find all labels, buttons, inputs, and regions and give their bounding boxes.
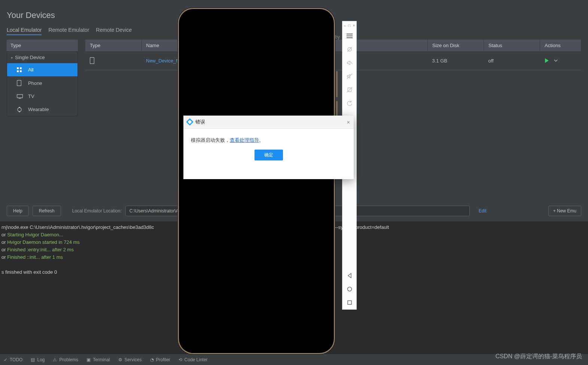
ok-button[interactable]: 确定 — [255, 150, 283, 160]
error-dialog: 错误 × 模拟器启动失败，查看处理指导。 确定 — [183, 116, 354, 179]
sidebar-item-label: Phone — [28, 80, 42, 86]
svg-rect-1 — [20, 67, 22, 69]
volume-off-icon[interactable] — [342, 70, 357, 83]
svg-rect-9 — [19, 111, 20, 112]
console-prefix: or — [1, 232, 7, 237]
minimize-icon[interactable]: – — [344, 24, 346, 28]
sidebar-item-label: All — [28, 67, 33, 73]
col-size[interactable]: Size on Disk — [428, 40, 484, 51]
col-type[interactable]: Type — [85, 40, 141, 51]
svg-rect-2 — [17, 70, 19, 72]
sidebar-item-wearable[interactable]: Wearable — [7, 103, 77, 116]
profiler-icon: ◔ — [150, 357, 154, 362]
sidebar-item-tv[interactable]: TV — [7, 90, 77, 103]
help-button[interactable]: Help — [7, 206, 29, 216]
console-line: Finished :entry:init... after 2 ms — [7, 247, 74, 252]
watermark: CSDN @薛定谔的猫-菜鸟程序员 — [496, 353, 582, 361]
dialog-header: 错误 × — [183, 116, 354, 129]
sidebar-group-single-device[interactable]: Single Device — [7, 52, 77, 63]
sidebar-item-all[interactable]: All — [7, 63, 77, 76]
svg-rect-4 — [17, 80, 21, 86]
sidebar-item-label: TV — [28, 93, 34, 99]
tv-icon — [17, 94, 23, 99]
close-icon[interactable]: × — [353, 24, 355, 28]
volume-mute-icon[interactable] — [342, 56, 357, 70]
home-icon[interactable] — [342, 282, 357, 296]
tab-local-emulator[interactable]: Local Emulator — [7, 27, 42, 35]
sidebar-item-phone[interactable]: Phone — [7, 76, 77, 90]
console-line: Starting Hvigor Daemon... — [7, 232, 63, 237]
close-icon[interactable]: × — [347, 119, 350, 125]
phone-icon — [90, 57, 137, 64]
check-icon: ✓ — [4, 357, 7, 362]
device-notch — [223, 10, 291, 19]
cell-actions — [540, 51, 581, 70]
console-line: rnj\node.exe C:\Users\Administrator\.hvi… — [1, 224, 154, 230]
rotate-right-icon[interactable] — [342, 96, 357, 110]
tab-remote-emulator[interactable]: Remote Emulator — [48, 27, 89, 35]
play-icon[interactable] — [545, 58, 549, 63]
sidebar-header: Type — [7, 40, 78, 51]
grid-icon — [17, 67, 23, 73]
device-side-button — [336, 71, 338, 97]
svg-rect-10 — [90, 58, 94, 64]
svg-rect-3 — [20, 70, 22, 72]
refresh-button[interactable]: Refresh — [33, 206, 61, 216]
watch-icon — [17, 107, 23, 112]
phone-icon — [17, 80, 23, 86]
statusbar-profiler[interactable]: ◔Profiler — [150, 357, 170, 362]
svg-rect-21 — [348, 301, 351, 304]
svg-line-16 — [351, 62, 352, 64]
svg-rect-8 — [19, 107, 20, 108]
svg-point-7 — [18, 108, 21, 111]
rotate-left-icon[interactable] — [342, 83, 357, 96]
cell-size: 3.1 GB — [428, 51, 484, 70]
console-prefix: or — [1, 239, 7, 245]
statusbar-todo[interactable]: ✓TODO — [4, 357, 22, 362]
menu-icon[interactable] — [342, 29, 357, 43]
edit-location-link[interactable]: Edit — [479, 208, 487, 214]
app-icon — [186, 118, 194, 126]
svg-point-20 — [347, 287, 351, 291]
console-prefix: or — [1, 247, 7, 252]
col-actions[interactable]: Actions — [540, 40, 581, 51]
device-side-button — [336, 101, 338, 116]
console-line: Hvigor Daemon started in 724 ms — [7, 239, 80, 245]
gear-icon: ⚙ — [118, 357, 122, 362]
emulator-location-label: Local Emulator Location: — [72, 208, 122, 214]
device-screen[interactable] — [183, 13, 330, 349]
help-guide-link[interactable]: 查看处理指导 — [230, 137, 259, 143]
svg-rect-0 — [17, 67, 19, 69]
back-icon[interactable] — [342, 269, 357, 282]
statusbar-problems[interactable]: ⚠Problems — [53, 357, 78, 362]
log-icon: ▤ — [31, 357, 35, 362]
new-emulator-button[interactable]: + New Emu — [548, 206, 581, 216]
col-status[interactable]: Status — [484, 40, 540, 51]
terminal-icon: ▣ — [86, 357, 91, 362]
device-frame — [179, 9, 334, 353]
maximize-icon[interactable]: □ — [348, 24, 350, 28]
console-line: s finished with exit code 0 — [1, 269, 57, 275]
cell-status: off — [484, 51, 540, 70]
overview-icon[interactable] — [342, 296, 357, 309]
dialog-title: 错误 — [195, 119, 205, 125]
chevron-down-icon[interactable] — [554, 58, 558, 63]
warning-icon: ⚠ — [53, 357, 57, 362]
tab-remote-device[interactable]: Remote Device — [96, 27, 132, 35]
statusbar-terminal[interactable]: ▣Terminal — [86, 357, 110, 362]
statusbar-log[interactable]: ▤Log — [31, 357, 45, 362]
statusbar-services[interactable]: ⚙Services — [118, 357, 142, 362]
emulator-device — [179, 0, 335, 365]
no-sensor-icon[interactable] — [342, 43, 357, 56]
dialog-message: 模拟器启动失败，查看处理指导。 — [183, 129, 354, 147]
device-type-sidebar: Type Single Device All Phone — [7, 40, 78, 116]
svg-rect-5 — [17, 94, 23, 98]
console-prefix: or — [1, 254, 7, 260]
cell-type — [85, 51, 141, 70]
sidebar-item-label: Wearable — [28, 107, 49, 112]
console-line: Finished ::init... after 1 ms — [7, 254, 63, 260]
svg-line-15 — [347, 47, 352, 52]
